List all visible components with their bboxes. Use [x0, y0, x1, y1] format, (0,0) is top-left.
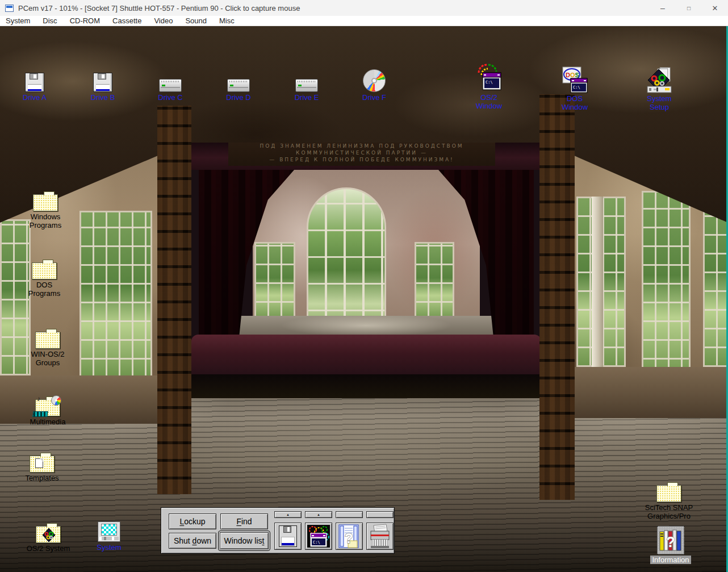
drawer-tab-floppy[interactable]: ▲: [274, 511, 302, 518]
dos-window-icon: DOS C:\: [562, 66, 588, 93]
template-sheet-icon: [35, 458, 43, 468]
pcem-app-icon: [5, 5, 14, 12]
scene-stage: [189, 143, 544, 398]
hard-drive-icon: [295, 79, 318, 92]
menu-disc[interactable]: Disc: [36, 16, 63, 26]
svg-text:C:\: C:\: [486, 80, 493, 85]
information-books-icon: ?: [657, 526, 684, 554]
drawer-tab-help[interactable]: [336, 511, 363, 518]
desktop-icon-scitech-snap[interactable]: SciTech SNAP Graphics/Pro: [638, 475, 700, 520]
desktop-icon-windows-programs[interactable]: Windows Programs: [20, 184, 71, 229]
window-title: PCem v17 - 101% - [Socket 7] Shuttle HOT…: [18, 4, 300, 12]
menu-video[interactable]: Video: [148, 16, 179, 26]
menu-system[interactable]: System: [0, 16, 36, 26]
desktop-icon-drive-d[interactable]: Drive D: [213, 65, 264, 102]
shutdown-button[interactable]: Shut down: [169, 533, 216, 549]
launchpad-os2-window-button[interactable]: C:\: [305, 523, 332, 550]
minimize-button[interactable]: –: [650, 0, 676, 16]
desktop-icon-system[interactable]: System: [83, 515, 135, 552]
desktop-icon-templates[interactable]: Templates: [16, 445, 68, 482]
folder-icon: [656, 485, 681, 502]
svg-text:?: ?: [666, 533, 675, 550]
templates-folder-icon: [30, 456, 55, 473]
scene-pillar-right: [539, 94, 575, 500]
desktop-icon-drive-b[interactable]: Drive B: [77, 65, 128, 102]
desktop-icon-drive-f[interactable]: Drive F: [349, 65, 400, 102]
os2-diamond-icon: [42, 528, 56, 542]
menubar: System Disc CD-ROM Cassette Video Sound …: [0, 16, 728, 26]
launchpad-panel: Lockup Shut down Find Window list ▲ ▲: [161, 507, 395, 554]
svg-text:?: ?: [345, 531, 353, 546]
help-index-icon: ?: [338, 524, 361, 549]
hard-drive-icon: [159, 79, 182, 92]
multimedia-folder-icon: ♪: [35, 399, 60, 416]
menu-cassette[interactable]: Cassette: [106, 16, 148, 26]
maximize-button[interactable]: □: [676, 0, 702, 16]
folder-icon: [33, 194, 58, 211]
launchpad-shredder-button[interactable]: [366, 523, 394, 550]
menu-sound[interactable]: Sound: [179, 16, 213, 26]
menu-misc[interactable]: Misc: [213, 16, 241, 26]
desktop-icon-drive-e[interactable]: Drive E: [281, 65, 332, 102]
folder-icon: [32, 262, 57, 279]
desktop-icon-drive-c[interactable]: Drive C: [145, 65, 196, 102]
desktop-icon-system-setup[interactable]: System Setup: [634, 65, 685, 111]
cd-icon: [51, 395, 61, 406]
os2-window-icon: C:\: [307, 524, 330, 548]
os2-system-folder-icon: [36, 526, 61, 543]
desktop-icon-os2-window[interactable]: C:\ OS/2 Window: [463, 60, 514, 110]
desktop-icon-drive-a[interactable]: Drive A: [9, 65, 60, 102]
svg-text:C:\: C:\: [573, 85, 580, 90]
scene-pillar-left: [157, 106, 191, 494]
window-list-button[interactable]: Window list: [220, 532, 269, 549]
desktop-icon-dos-window[interactable]: DOS C:\ DOS Window: [549, 65, 600, 111]
lockup-button[interactable]: Lockup: [169, 513, 216, 529]
desktop-icon-information[interactable]: ? Information: [645, 524, 696, 564]
titlebar: PCem v17 - 101% - [Socket 7] Shuttle HOT…: [0, 0, 728, 16]
hard-drive-icon: [227, 79, 250, 92]
floppy-disk-icon: [93, 73, 112, 92]
launchpad-help-button[interactable]: ?: [336, 523, 363, 550]
desktop-icon-dos-programs[interactable]: DOS Programs: [19, 252, 70, 298]
emulator-screen[interactable]: ПОД ЗНАМЕНЕМ ЛЕНИНИЗМА ПОД РУКОВОДСТВОМ …: [0, 26, 728, 572]
music-note-icon: ♪: [37, 395, 40, 403]
close-button[interactable]: ✕: [702, 0, 728, 16]
chevron-up-icon: ▲: [317, 513, 320, 516]
svg-text:DOS: DOS: [566, 72, 579, 78]
monitor-icon: [98, 521, 120, 542]
floppy-disk-icon: [25, 73, 44, 92]
menu-cdrom[interactable]: CD-ROM: [64, 16, 106, 26]
chevron-up-icon: ▲: [286, 513, 290, 516]
drawer-tab-os2[interactable]: ▲: [305, 511, 332, 518]
svg-text:C:\: C:\: [313, 540, 320, 545]
floppy-disk-icon: [279, 525, 297, 547]
system-setup-icon: [646, 67, 672, 93]
folder-icon: [35, 332, 60, 349]
wallpaper-scene: ПОД ЗНАМЕНЕМ ЛЕНИНИЗМА ПОД РУКОВОДСТВОМ …: [0, 26, 728, 572]
pcem-window: PCem v17 - 101% - [Socket 7] Shuttle HOT…: [0, 0, 728, 572]
cdrom-disc-icon: [363, 69, 386, 92]
desktop-icon-multimedia[interactable]: ♪ Multimedia: [22, 389, 73, 426]
window-list-focus-ring: Window list: [218, 531, 270, 551]
find-button[interactable]: Find: [220, 513, 268, 529]
shredder-icon: [369, 524, 391, 549]
desktop-icon-os2-system[interactable]: OS/2 System: [23, 516, 74, 553]
soviet-banner: ПОД ЗНАМЕНЕМ ЛЕНИНИЗМА ПОД РУКОВОДСТВОМ …: [228, 140, 495, 166]
launchpad-floppy-button[interactable]: [274, 523, 302, 550]
desktop-icon-winos2-groups[interactable]: WIN-OS/2 Groups: [22, 322, 73, 367]
os2-window-icon: C:\: [476, 61, 502, 92]
drawer-tab-shredder[interactable]: [366, 511, 394, 518]
film-strip-icon: [32, 411, 48, 417]
